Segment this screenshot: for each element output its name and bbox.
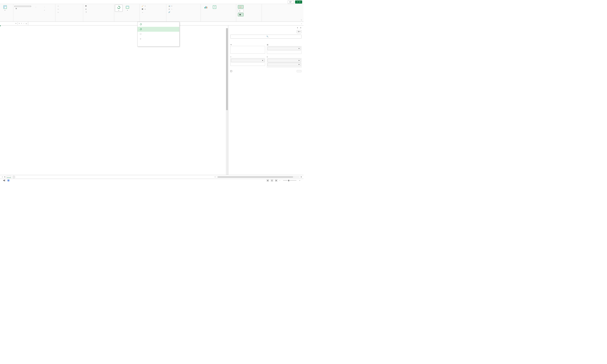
pane-options-button[interactable]: ▾: [297, 27, 298, 29]
refresh-button[interactable]: ▾: [115, 5, 123, 12]
values-area[interactable]: ▾ ▾: [267, 58, 302, 67]
formula-expand-button[interactable]: ⌄: [299, 23, 303, 24]
recommended-pivottables-button[interactable]: ?: [211, 5, 218, 10]
menu-help[interactable]: [32, 1, 36, 3]
drill-up-button: ↑▾: [40, 5, 48, 11]
insert-slicer-button[interactable]: ▤: [84, 5, 88, 7]
cancel-icon: ⊘: [140, 38, 142, 40]
values-chip-sales[interactable]: ▾: [268, 63, 301, 66]
columns-icon: ▥: [267, 44, 269, 46]
filters-area[interactable]: [230, 46, 265, 54]
change-data-source-button[interactable]: ▾: [123, 5, 131, 11]
selection-box: [0, 26, 0, 26]
menu-developer[interactable]: [29, 1, 32, 3]
rows-area-label: ≡: [230, 56, 265, 58]
fx-icon[interactable]: fx: [26, 23, 27, 24]
share-button[interactable]: ↗▾: [295, 0, 302, 3]
search-icon: 🔍: [267, 36, 300, 38]
zoom-in-button[interactable]: +: [299, 180, 300, 181]
hscroll-left[interactable]: ◀: [214, 176, 216, 178]
datasource-icon: [126, 5, 130, 9]
dd-refresh-all[interactable]: [137, 27, 179, 32]
fields-icon: 📊: [168, 5, 170, 7]
active-field-input[interactable]: [14, 6, 31, 7]
pivotchart-button[interactable]: [202, 5, 210, 10]
pane-close-button[interactable]: ✕: [300, 27, 301, 29]
clear-button[interactable]: 🧹 ▾: [141, 5, 146, 7]
list-icon: 📋: [239, 6, 241, 8]
dd-refresh[interactable]: [137, 22, 179, 27]
status-bar: ▶▌ ♿ ▦ ▤ ▣ − +: [0, 179, 303, 182]
tab-nav-prev: ◀: [1, 176, 3, 178]
name-box[interactable]: ▾: [0, 22, 18, 25]
view-pagelayout-button[interactable]: ▤: [271, 179, 273, 182]
vertical-scrollbar[interactable]: [226, 28, 228, 175]
field-search-input[interactable]: 🔍: [230, 35, 301, 39]
menu-pagelayout[interactable]: [14, 1, 17, 3]
field-settings-button[interactable]: ⚙: [14, 7, 31, 10]
view-pagebreak-button[interactable]: ▣: [275, 179, 277, 182]
rows-chip-region[interactable]: ▾: [231, 59, 264, 62]
insert-timeline-button[interactable]: ⏱: [84, 8, 88, 10]
menu-view[interactable]: [26, 1, 29, 3]
select-icon: ▦: [142, 8, 144, 10]
plus-minus-buttons-toggle[interactable]: ±: [238, 9, 243, 13]
comments-button[interactable]: 💬: [288, 0, 294, 4]
pivottable-button[interactable]: ▾: [1, 5, 9, 11]
sheet-tab-sheet1[interactable]: [7, 176, 11, 178]
chevron-down-icon: ▾: [262, 60, 263, 61]
menu-insert[interactable]: [8, 1, 11, 3]
zoom-out-button[interactable]: −: [279, 180, 280, 181]
info-icon: ⓘ: [140, 33, 142, 35]
view-normal-button[interactable]: ▦: [267, 179, 269, 182]
field-list-toggle[interactable]: 📋: [238, 5, 243, 9]
arrow-down-icon: ↓: [34, 5, 38, 9]
defer-layout-checkbox[interactable]: [230, 70, 233, 72]
olap-tools-button: 🛠 ▾: [167, 8, 173, 10]
dd-cancel-refresh: ⊘: [137, 37, 179, 41]
menu-home[interactable]: [4, 1, 8, 3]
menu-formulas[interactable]: [17, 1, 20, 3]
macro-icon[interactable]: ▶▌: [3, 180, 6, 181]
sheet-tab-strip: ◀ ▶ + ◀ ▶: [0, 175, 303, 179]
ribbon-collapse-button[interactable]: ⌄: [301, 19, 302, 21]
menu-design[interactable]: [39, 1, 42, 3]
relationships-icon: 🔗: [168, 11, 170, 13]
add-sheet-button[interactable]: +: [13, 176, 15, 178]
move-pivottable-button[interactable]: ↔: [141, 11, 146, 13]
settings-icon: ⚙: [15, 8, 17, 10]
arrow-up-icon: ↑: [43, 5, 47, 9]
svg-rect-2: [3, 6, 7, 7]
hscroll-right[interactable]: ▶: [300, 176, 303, 178]
cancel-formula-button[interactable]: ✕: [21, 23, 22, 24]
menu-file[interactable]: [1, 1, 4, 3]
enter-formula-button[interactable]: ✓: [23, 23, 25, 24]
columns-chip-values[interactable]: ▾: [268, 47, 301, 50]
menu-draw[interactable]: [11, 1, 14, 3]
values-chip-quantity[interactable]: ▾: [268, 59, 301, 62]
field-headers-toggle[interactable]: ▦: [238, 13, 243, 16]
refresh-icon: [140, 23, 142, 26]
recommended-icon: ?: [213, 5, 216, 9]
select-button[interactable]: ▦ ▾: [141, 8, 146, 10]
tab-nav-next[interactable]: ▶: [4, 176, 6, 178]
rows-icon: ≡: [230, 56, 231, 58]
accessibility-status[interactable]: ♿: [8, 180, 9, 181]
gear-icon[interactable]: ⚙ ▾: [297, 30, 301, 33]
rows-area[interactable]: ▾: [230, 58, 265, 66]
menu-pivottable-analyze[interactable]: [36, 1, 39, 3]
group-icon: ▭: [57, 5, 59, 7]
relationships-button: 🔗: [167, 11, 173, 13]
menu-data[interactable]: [20, 1, 23, 3]
spreadsheet-grid[interactable]: [0, 26, 228, 175]
zoom-slider[interactable]: [283, 180, 297, 181]
drill-down-button: ↓: [32, 5, 40, 10]
horizontal-scrollbar[interactable]: [216, 176, 300, 178]
dropdown-icon[interactable]: ▾: [19, 23, 20, 24]
svg-rect-6: [205, 6, 206, 8]
fields-items-sets-button[interactable]: 📊 ▾: [167, 5, 173, 7]
columns-area[interactable]: ▾: [267, 46, 302, 54]
timeline-icon: ⏱: [85, 8, 87, 10]
menu-review[interactable]: [23, 1, 26, 3]
share-icon: ↗: [297, 1, 298, 3]
